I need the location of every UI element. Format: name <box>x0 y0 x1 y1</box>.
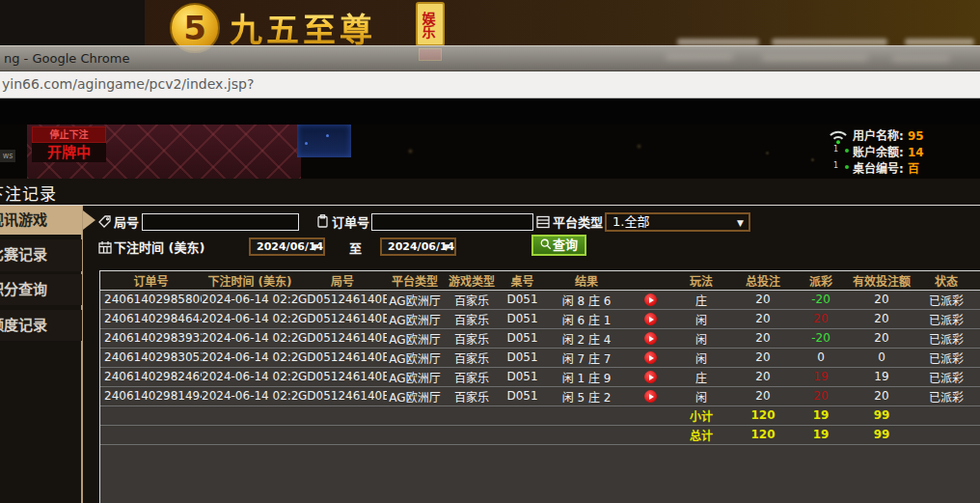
divider <box>0 205 980 206</box>
total-label: 总计 <box>672 425 730 444</box>
mini-counter: 1 <box>833 145 838 154</box>
green-dot-icon <box>845 149 849 153</box>
date-from-picker[interactable]: 2024/06/14 ▼ <box>249 238 325 256</box>
col-valid: 有效投注额 <box>846 271 917 290</box>
play-video-icon[interactable] <box>644 293 657 306</box>
header-dark-area <box>0 0 145 45</box>
records-table-wrap: 订单号 下注时间 (美东) 局号 平台类型 游戏类型 桌号 结果 玩法 总投注 … <box>99 270 980 503</box>
sidebar-item-video-games[interactable]: 视讯游戏 <box>0 206 82 235</box>
tag-icon <box>98 215 112 229</box>
bet-time-label: 下注时间 (美东) <box>114 238 204 258</box>
table-row: 240614029858005 2024-06-14 02:28:16 GD05… <box>100 290 980 309</box>
blurred-promo-text <box>772 39 887 45</box>
ws-tab: ws <box>0 150 15 162</box>
col-status: 状态 <box>917 271 975 290</box>
screen: 5 九五至尊 娱乐 ng - Google Chrome yin66.com/a… <box>0 0 980 503</box>
to-label: 至 <box>349 238 362 257</box>
table-row: 240614029814943 2024-06-14 02:24:32 GD05… <box>100 386 980 405</box>
bet-records-panel: 下注记录 视讯游戏 比赛记录 积分查询 额度记录 局号 订单号 平台类型 <box>0 179 980 503</box>
sidebar-item-points-query[interactable]: 积分查询 <box>0 274 82 305</box>
window-title: ng - Google Chrome <box>4 51 129 66</box>
table-row: 240614029839321 2024-06-14 02:26:43 GD05… <box>100 328 980 348</box>
blurred-promo-text <box>905 39 974 45</box>
table-number-row: 桌台编号: 百 <box>853 159 919 175</box>
green-dot-icon <box>845 165 849 169</box>
chrome-urlbar[interactable]: yin66.com/agingame/pcv2/index.jsp? <box>0 71 980 98</box>
chrome-titlebar[interactable]: ng - Google Chrome <box>0 45 980 71</box>
brand-title: 九五至尊 <box>230 4 376 51</box>
col-platform: 平台类型 <box>387 271 443 290</box>
records-table: 订单号 下注时间 (美东) 局号 平台类型 游戏类型 桌号 结果 玩法 总投注 … <box>100 271 980 445</box>
chevron-down-icon: ▼ <box>312 240 318 255</box>
table-row: 240614029830539 2024-06-14 02:25:55 GD05… <box>100 348 980 367</box>
opening-cards-banner: 开牌中 <box>32 143 106 162</box>
subtotal-label: 小计 <box>672 405 730 425</box>
table-header-row: 订单号 下注时间 (美东) 局号 平台类型 游戏类型 桌号 结果 玩法 总投注 … <box>100 271 980 290</box>
stop-betting-banner: 停止下注 <box>32 126 106 143</box>
col-order: 订单号 <box>100 271 202 290</box>
col-method: 玩法 <box>672 271 730 290</box>
play-video-icon[interactable] <box>644 313 657 325</box>
blurred-promo-text <box>677 39 759 45</box>
col-table: 桌号 <box>501 271 544 290</box>
subtotal-row: 小计 120 19 99 <box>100 405 980 425</box>
col-time: 下注时间 (美东) <box>202 271 298 290</box>
site-header: 5 九五至尊 娱乐 <box>0 0 980 45</box>
calendar-icon <box>98 240 112 254</box>
table-row: 240614029824695 2024-06-14 02:25:25 GD05… <box>100 367 980 386</box>
platform-type-label: 平台类型 <box>553 213 603 233</box>
col-bet: 总投注 <box>730 271 796 290</box>
mini-counter: 1 <box>833 161 838 170</box>
page-title: 下注记录 <box>0 181 57 205</box>
date-to-picker[interactable]: 2024/06/14 ▼ <box>380 238 456 256</box>
col-payout: 派彩 <box>796 271 846 290</box>
order-number-label: 订单号 <box>332 213 369 233</box>
black-strip <box>0 98 980 125</box>
clipboard-icon <box>316 214 330 228</box>
col-result: 结果 <box>544 271 629 290</box>
casino-background-strip: ws 停止下注 开牌中 1 1 用户名称: 95 账户余额: 14 桌台编号: … <box>0 125 980 179</box>
platform-list-icon <box>536 215 550 229</box>
round-number-label: 局号 <box>114 213 139 233</box>
ambient-lights <box>0 125 1 126</box>
col-round: 局号 <box>298 271 387 290</box>
chevron-down-icon: ▼ <box>737 215 744 231</box>
search-icon <box>540 238 552 250</box>
order-number-input[interactable] <box>371 213 533 231</box>
col-video <box>629 271 672 290</box>
active-item-arrow-icon <box>83 210 95 230</box>
sidebar-item-quota-records[interactable]: 额度记录 <box>0 310 82 341</box>
balance-row: 账户余额: 14 <box>853 143 924 158</box>
play-video-icon[interactable] <box>644 371 657 383</box>
platform-type-select[interactable]: 1.全部 ▼ <box>605 212 750 232</box>
play-video-icon[interactable] <box>644 351 657 364</box>
search-button[interactable]: 查询 <box>531 235 586 256</box>
url-text: yin66.com/agingame/pcv2/index.jsp? <box>2 76 254 92</box>
play-video-icon[interactable] <box>644 332 657 345</box>
col-game: 游戏类型 <box>443 271 501 290</box>
total-row: 总计 120 19 99 <box>100 425 980 444</box>
chevron-down-icon: ▼ <box>443 240 449 255</box>
col-paytime: 派彩时间 <box>975 271 980 290</box>
brand-badge: 娱乐 <box>416 2 445 46</box>
play-video-icon[interactable] <box>644 390 657 403</box>
round-number-input[interactable] <box>142 213 299 231</box>
username-row: 用户名称: 95 <box>853 126 924 142</box>
video-screen-fragment <box>297 125 351 157</box>
table-row: 240614029846444 2024-06-14 02:27:21 GD05… <box>100 309 980 328</box>
sidebar-item-match-records[interactable]: 比赛记录 <box>0 239 82 271</box>
